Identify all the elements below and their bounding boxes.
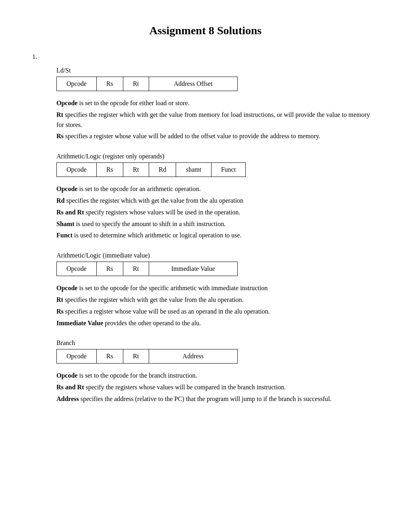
table-ldst: OpcodeRsRtAddress Offset	[56, 77, 238, 91]
description-arith_imm-0: Opcode is set to the opcode for the spec…	[56, 283, 379, 293]
section-label-arith_reg: Arithmetic/Logic (register only operands…	[56, 153, 379, 160]
table-cell-branch-1: Rs	[96, 349, 123, 364]
section-label-ldst: Ld/St	[56, 67, 379, 74]
description-block-arith_imm: Opcode is set to the opcode for the spec…	[56, 283, 379, 328]
table-cell-arith_imm-3: Immediate Value	[149, 262, 237, 276]
bold-term-arith_imm-2: Rs	[56, 308, 64, 315]
table-arith_imm: OpcodeRsRtImmediate Value	[56, 262, 238, 276]
description-arith_imm-3: Immediate Value provides the other opera…	[56, 318, 379, 328]
table-cell-arith_imm-1: Rs	[96, 262, 123, 276]
description-ldst-0: Opcode is set to the opcode for either l…	[56, 98, 379, 108]
table-cell-ldst-1: Rs	[96, 77, 123, 91]
description-arith_reg-1: Rd specifies the register which with get…	[56, 196, 379, 206]
table-cell-arith_reg-3: Rd	[149, 163, 176, 177]
description-branch-1: Rs and Rt specify the registers whose va…	[56, 382, 379, 393]
bold-term-arith_imm-0: Opcode	[56, 285, 77, 291]
description-block-arith_reg: Opcode is set to the opcode for an arith…	[56, 184, 379, 241]
bold-term-ldst-1: Rt	[56, 111, 63, 118]
table-cell-arith_reg-1: Rs	[96, 163, 123, 177]
bold-term-branch-0: Opcode	[56, 372, 77, 379]
bold-term-arith_reg-0: Opcode	[56, 185, 77, 192]
question-number: 1.	[32, 53, 379, 60]
bold-term-branch-1: Rs and Rt	[56, 384, 84, 391]
table-cell-ldst-0: Opcode	[57, 77, 97, 91]
description-arith_reg-0: Opcode is set to the opcode for an arith…	[56, 184, 379, 194]
bold-term-ldst-2: Rs	[56, 133, 64, 139]
description-block-ldst: Opcode is set to the opcode for either l…	[56, 98, 379, 141]
table-cell-arith_reg-0: Opcode	[57, 163, 97, 177]
description-arith_imm-2: Rs specifies a register whose value will…	[56, 307, 379, 317]
section-branch: BranchOpcodeRsRtAddressOpcode is set to …	[56, 339, 379, 404]
table-branch: OpcodeRsRtAddress	[56, 349, 238, 364]
table-cell-branch-2: Rt	[123, 349, 149, 364]
description-ldst-1: Rt specifies the register which with get…	[56, 110, 379, 130]
section-label-arith_imm: Arithmetic/Logic (immediate value)	[56, 252, 379, 259]
section-arith_reg: Arithmetic/Logic (register only operands…	[56, 153, 379, 241]
description-arith_imm-1: Rt specifies the register which with get…	[56, 295, 379, 305]
table-cell-arith_reg-2: Rt	[123, 163, 149, 177]
bold-term-ldst-0: Opcode	[56, 100, 77, 106]
description-block-branch: Opcode is set to the opcode for the bran…	[56, 371, 379, 404]
table-cell-ldst-3: Address Offset	[149, 77, 237, 91]
bold-term-branch-2: Address	[56, 395, 79, 402]
table-cell-arith_reg-5: Funct	[211, 163, 245, 177]
table-cell-branch-0: Opcode	[57, 349, 97, 364]
description-arith_reg-2: Rs and Rt specify registers whose values…	[56, 208, 379, 218]
description-branch-0: Opcode is set to the opcode for the bran…	[56, 371, 379, 381]
bold-term-arith_reg-2: Rs and Rt	[56, 209, 84, 216]
table-cell-branch-3: Address	[149, 349, 237, 364]
table-cell-arith_reg-4: shamt	[176, 163, 211, 177]
table-cell-arith_imm-0: Opcode	[57, 262, 97, 276]
bold-term-arith_imm-3: Immediate Value	[56, 320, 103, 326]
page-title: Assignment 8 Solutions	[32, 24, 379, 37]
bold-term-arith_reg-1: Rd	[56, 197, 64, 204]
description-arith_reg-4: Funct is used to determine which arithme…	[56, 231, 379, 241]
table-arith_reg: OpcodeRsRtRdshamtFunct	[56, 162, 246, 177]
description-ldst-2: Rs specifies a register whose value will…	[56, 131, 379, 141]
description-arith_reg-3: Shamt is used to specify the amount to s…	[56, 219, 379, 229]
table-cell-arith_imm-2: Rt	[123, 262, 149, 276]
table-cell-ldst-2: Rt	[123, 77, 149, 91]
bold-term-arith_reg-3: Shamt	[56, 220, 74, 227]
section-label-branch: Branch	[56, 339, 379, 347]
bold-term-arith_reg-4: Funct	[56, 232, 73, 239]
section-arith_imm: Arithmetic/Logic (immediate value)Opcode…	[56, 252, 379, 328]
description-branch-2: Address specifies the address (relative …	[56, 394, 379, 404]
section-ldst: Ld/StOpcodeRsRtAddress OffsetOpcode is s…	[56, 67, 379, 141]
bold-term-arith_imm-1: Rt	[56, 296, 63, 303]
